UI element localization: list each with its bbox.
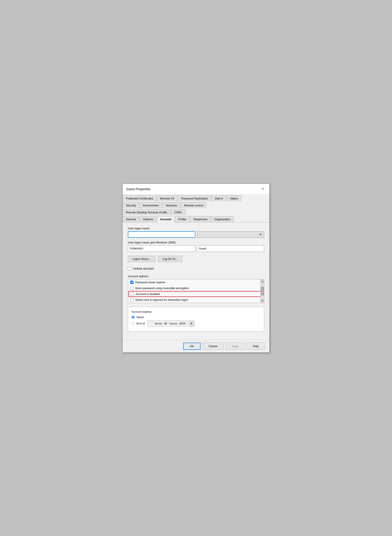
option-smart-card-label: Smart card is required for interactive l… — [135, 298, 188, 301]
never-radio-row: Never — [131, 316, 261, 319]
option-password-expires-label: Password never expires — [135, 281, 165, 284]
pre2000-label: User logon name (pre-Windows 2000): — [128, 241, 264, 244]
tab-remote-control[interactable]: Remote control — [181, 202, 206, 208]
never-radio[interactable] — [131, 316, 135, 319]
option-reversible-encryption: Store password using reversible encrypti… — [128, 285, 264, 291]
option-reversible-label: Store password using reversible encrypti… — [135, 286, 189, 290]
unlock-account-row: Unlock account — [128, 267, 264, 270]
option-password-expires-checkbox[interactable] — [130, 281, 134, 284]
tab-row-3: Remote Desktop Services Profile COM+ — [123, 208, 269, 215]
title-bar: Guest Properties × — [123, 184, 269, 194]
option-reversible-checkbox[interactable] — [130, 286, 134, 290]
unlock-account-label: Unlock account — [133, 267, 154, 270]
logon-name-input[interactable] — [128, 231, 195, 238]
option-smart-card-checkbox[interactable] — [130, 298, 134, 301]
end-of-radio-row: End of: ▼ — [131, 321, 261, 327]
scrollbar-thumb[interactable] — [261, 287, 264, 295]
tab-address[interactable]: Address — [140, 216, 156, 222]
tab-com-plus[interactable]: COM+ — [171, 209, 186, 215]
tab-row-2: Security Environment Sessions Remote con… — [123, 201, 269, 208]
option-account-disabled: Account is disabled — [129, 291, 263, 296]
date-picker-button[interactable]: ▼ — [189, 321, 194, 327]
dialog-title: Guest Properties — [126, 187, 151, 191]
pre2000-domain-input[interactable] — [128, 245, 195, 252]
end-of-radio[interactable] — [131, 322, 135, 325]
tab-profile[interactable]: Profile — [175, 216, 190, 222]
logon-hours-button[interactable]: Logon Hours... — [128, 256, 155, 262]
option-smart-card: Smart card is required for interactive l… — [128, 297, 264, 303]
pre2000-username-input[interactable] — [197, 245, 264, 252]
tab-member-of[interactable]: Member Of — [157, 195, 177, 201]
log-on-to-button[interactable]: Log On To... — [158, 256, 182, 262]
domain-dropdown[interactable] — [197, 231, 264, 238]
option-password-never-expires: Password never expires — [128, 279, 264, 285]
pre2000-row — [128, 245, 264, 252]
close-button[interactable]: × — [260, 186, 266, 192]
logon-name-row — [128, 231, 264, 238]
tab-organization[interactable]: Organization — [211, 216, 234, 222]
scroll-up-arrow[interactable]: ▲ — [261, 280, 264, 283]
account-options-label: Account options: — [128, 275, 264, 278]
tab-published-certificates[interactable]: Published Certificates — [123, 195, 156, 201]
date-input[interactable] — [147, 321, 187, 327]
date-field: ▼ — [147, 321, 194, 327]
option-disabled-label: Account is disabled — [136, 292, 160, 296]
tab-row-1: Published Certificates Member Of Passwor… — [123, 194, 269, 201]
account-options-box: Password never expires Store password us… — [128, 279, 264, 303]
tab-row-4: General Address Account Profile Telephon… — [123, 215, 269, 222]
tab-sessions[interactable]: Sessions — [163, 202, 180, 208]
content-area: User logon name: User logon name (pre-Wi… — [123, 223, 269, 340]
tab-dial-in[interactable]: Dial-in — [212, 195, 226, 201]
tab-security[interactable]: Security — [123, 202, 139, 208]
never-label: Never — [136, 316, 144, 319]
footer-buttons: OK Cancel Apply Help — [123, 340, 269, 352]
logon-name-label: User logon name: — [128, 227, 264, 230]
tab-telephones[interactable]: Telephones — [190, 216, 211, 222]
unlock-account-checkbox[interactable] — [128, 267, 131, 270]
apply-button[interactable]: Apply — [225, 343, 245, 350]
end-of-label: End of: — [136, 322, 145, 325]
tabs-container: Published Certificates Member Of Passwor… — [123, 194, 269, 223]
scroll-down-arrow[interactable]: ▼ — [261, 299, 264, 302]
tab-general[interactable]: General — [123, 216, 139, 222]
logon-buttons-row: Logon Hours... Log On To... — [128, 256, 264, 262]
guest-properties-dialog: Guest Properties × Published Certificate… — [122, 184, 270, 353]
tab-environment[interactable]: Environment — [140, 202, 162, 208]
account-expires-section: Account expires Never End of: ▼ — [128, 307, 264, 332]
help-button[interactable]: Help — [247, 343, 265, 350]
scrollbar-track[interactable]: ▲ ▼ — [261, 279, 264, 303]
option-disabled-checkbox[interactable] — [131, 292, 134, 296]
domain-select[interactable] — [199, 232, 262, 236]
options-scroll: Password never expires Store password us… — [128, 279, 264, 303]
tab-account[interactable]: Account — [157, 216, 175, 223]
tab-password-replication[interactable]: Password Replication — [178, 195, 211, 201]
account-expires-title: Account expires — [131, 310, 261, 313]
cancel-button[interactable]: Cancel — [202, 343, 224, 350]
ok-button[interactable]: OK — [183, 343, 201, 350]
tab-rdp[interactable]: Remote Desktop Services Profile — [123, 209, 170, 215]
tab-object[interactable]: Object — [227, 195, 241, 201]
